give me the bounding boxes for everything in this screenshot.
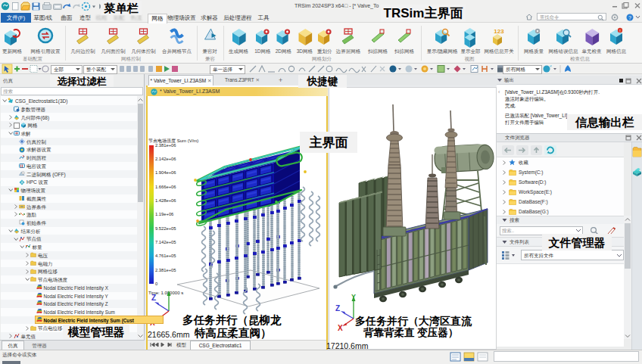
svg-text:123: 123 (494, 28, 504, 35)
svg-text:A: A (20, 180, 23, 184)
svg-text:?: ? (628, 14, 631, 20)
